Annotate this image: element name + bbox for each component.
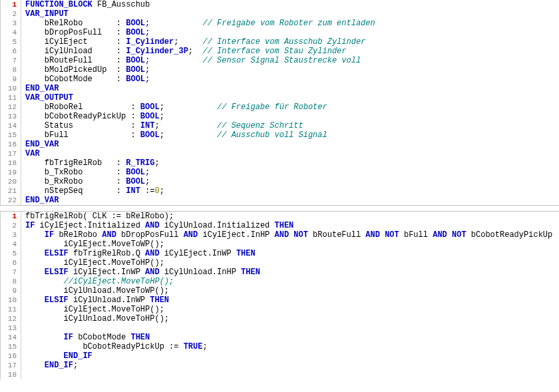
code-line[interactable]: 2VAR_INPUT bbox=[1, 9, 559, 19]
code-content[interactable]: bCobotReadyPickUp := TRUE; bbox=[21, 342, 208, 351]
code-content[interactable]: b_RxRobo : BOOL; bbox=[21, 177, 150, 186]
code-line[interactable]: 11 iCylEject.MoveToHP(); bbox=[1, 305, 559, 314]
token-kw: AND bbox=[102, 230, 116, 240]
code-line[interactable]: 5 iCylEject : I_Cylinder; // Interface v… bbox=[1, 37, 559, 47]
code-line[interactable]: 7 ELSIF iCylEject.InWP AND iCylUnload.In… bbox=[1, 268, 559, 277]
code-content[interactable]: bCobotMode : BOOL; bbox=[21, 75, 150, 84]
code-content[interactable]: fbTrigRelRob : R_TRIG; bbox=[21, 158, 160, 168]
code-content[interactable]: Status : INT; // Sequenz Schritt bbox=[21, 121, 303, 130]
code-content[interactable]: ELSIF fbTrigRelRob.Q AND iCylEject.InWP … bbox=[21, 249, 256, 258]
code-content[interactable]: END_VAR bbox=[21, 196, 59, 205]
code-content[interactable]: END_VAR bbox=[21, 140, 59, 149]
code-line[interactable]: 3 bRelRobo : BOOL; // Freigabe vom Robot… bbox=[1, 19, 559, 28]
token-kw: NOT bbox=[385, 230, 399, 240]
code-line[interactable]: 13 bCobotReadyPickUp : BOOL; bbox=[1, 112, 559, 121]
code-content[interactable]: VAR_OUTPUT bbox=[21, 93, 73, 102]
code-line[interactable]: 14 IF bCobotMode THEN bbox=[1, 333, 559, 342]
code-content[interactable]: fbTrigRelRob( CLK := bRelRobo); bbox=[21, 212, 174, 221]
code-line[interactable]: 16END_VAR bbox=[1, 140, 559, 149]
code-line[interactable]: 1fbTrigRelRob( CLK := bRelRobo); bbox=[1, 212, 559, 221]
code-line[interactable]: 21 nStepSeq : INT :=0; bbox=[1, 186, 559, 196]
code-line[interactable]: 6 iCylEject.MoveToHP(); bbox=[1, 258, 559, 268]
pane-divider[interactable] bbox=[0, 205, 559, 212]
code-line[interactable]: 9 bCobotMode : BOOL; bbox=[1, 75, 559, 84]
code-content[interactable]: bCobotReadyPickUp : BOOL; bbox=[21, 112, 164, 121]
code-content[interactable]: VAR_INPUT bbox=[21, 9, 69, 19]
code-content[interactable] bbox=[21, 370, 25, 379]
code-content[interactable]: //iCylEject.MoveToHP(); bbox=[21, 277, 174, 286]
code-line[interactable]: 8 bMoldPickedUp : BOOL; bbox=[1, 65, 559, 75]
token-kw: VAR_OUTPUT bbox=[25, 93, 73, 102]
code-line[interactable]: 6 iCylUnload : I_Cylinder_3P; // Interfa… bbox=[1, 47, 559, 56]
code-line[interactable]: 5 ELSIF fbTrigRelRob.Q AND iCylEject.InW… bbox=[1, 249, 559, 258]
line-number: 16 bbox=[1, 140, 21, 149]
code-line[interactable]: 20 b_RxRobo : BOOL; bbox=[1, 177, 559, 186]
code-content[interactable]: END_IF; bbox=[21, 361, 78, 370]
code-line[interactable]: 4 iCylEject.MoveToWP(); bbox=[1, 240, 559, 249]
code-content[interactable]: ELSIF iCylEject.InWP AND iCylUnload.InHP… bbox=[21, 268, 260, 277]
code-editor[interactable]: 1FUNCTION_BLOCK FB_Ausschub2VAR_INPUT3 b… bbox=[0, 0, 559, 379]
code-content[interactable]: IF bRelRobo AND bDropPosFull AND iCylEje… bbox=[21, 230, 559, 240]
code-line[interactable]: 18 bbox=[1, 370, 559, 379]
code-content[interactable]: VAR bbox=[21, 149, 40, 158]
code-content[interactable]: IF iCylEject.Initialized AND iCylUnload.… bbox=[21, 221, 293, 230]
code-line[interactable]: 4 bDropPosFull : BOOL; bbox=[1, 28, 559, 37]
code-content[interactable]: bRelRobo : BOOL; // Freigabe vom Roboter… bbox=[21, 19, 375, 28]
code-content[interactable]: FUNCTION_BLOCK FB_Ausschub bbox=[21, 0, 150, 9]
code-line[interactable]: 10 ELSIF iCylUnload.InWP THEN bbox=[1, 295, 559, 305]
code-line[interactable]: 22END_VAR bbox=[1, 196, 559, 205]
code-content[interactable]: bRouteFull : BOOL; // Sensor Signal Stau… bbox=[21, 56, 361, 65]
code-line[interactable]: 3 IF bRelRobo AND bDropPosFull AND iCylE… bbox=[1, 230, 559, 240]
code-content[interactable]: nStepSeq : INT :=0; bbox=[21, 186, 164, 196]
code-line[interactable]: 15 bCobotReadyPickUp := TRUE; bbox=[1, 342, 559, 351]
code-line[interactable]: 7 bRouteFull : BOOL; // Sensor Signal St… bbox=[1, 56, 559, 65]
code-content[interactable]: iCylUnload.MoveToWP(); bbox=[21, 286, 169, 295]
code-line[interactable]: 17 END_IF; bbox=[1, 361, 559, 370]
code-content[interactable]: iCylEject : I_Cylinder; // Interface vom… bbox=[21, 37, 365, 47]
code-line[interactable]: 2IF iCylEject.Initialized AND iCylUnload… bbox=[1, 221, 559, 230]
token-id: ; bbox=[160, 130, 217, 140]
code-content[interactable]: iCylEject.MoveToWP(); bbox=[21, 240, 164, 249]
code-content[interactable]: ELSIF iCylUnload.InWP THEN bbox=[21, 295, 169, 305]
token-type: BOOL bbox=[126, 28, 145, 37]
code-content[interactable]: bRoboRel : BOOL; // Freigabe für Roboter bbox=[21, 102, 327, 112]
code-line[interactable]: 15 bFull : BOOL; // Ausschub voll Signal bbox=[1, 130, 559, 140]
code-line[interactable]: 18 fbTrigRelRob : R_TRIG; bbox=[1, 158, 559, 168]
token-kw: FUNCTION_BLOCK bbox=[25, 0, 93, 9]
token-kw: NOT bbox=[452, 230, 466, 240]
code-line[interactable]: 11VAR_OUTPUT bbox=[1, 93, 559, 102]
code-content[interactable]: iCylEject.MoveToHP(); bbox=[21, 258, 164, 268]
declaration-pane[interactable]: 1FUNCTION_BLOCK FB_Ausschub2VAR_INPUT3 b… bbox=[0, 0, 559, 205]
token-kw: AND bbox=[275, 230, 289, 240]
code-line[interactable]: 10END_VAR bbox=[1, 84, 559, 93]
code-content[interactable]: IF bCobotMode THEN bbox=[21, 333, 150, 342]
code-content[interactable]: iCylEject.MoveToHP(); bbox=[21, 305, 164, 314]
token-id: ; bbox=[145, 28, 150, 37]
code-line[interactable]: 13 bbox=[1, 323, 559, 333]
code-content[interactable]: iCylUnload : I_Cylinder_3P; // Interface… bbox=[21, 47, 347, 56]
code-content[interactable]: bMoldPickedUp : BOOL; bbox=[21, 65, 150, 75]
token-type: I_Cylinder_3P bbox=[126, 47, 188, 56]
code-line[interactable]: 9 iCylUnload.MoveToWP(); bbox=[1, 286, 559, 295]
code-content[interactable]: bDropPosFull : BOOL; bbox=[21, 28, 150, 37]
implementation-pane[interactable]: 1fbTrigRelRob( CLK := bRelRobo);2IF iCyl… bbox=[0, 212, 559, 379]
token-kw: IF bbox=[45, 230, 54, 240]
code-line[interactable]: 17VAR bbox=[1, 149, 559, 158]
code-line[interactable]: 12 iCylUnload.MoveToHP(); bbox=[1, 314, 559, 323]
line-number: 14 bbox=[1, 121, 21, 130]
code-content[interactable]: b_TxRobo : BOOL; bbox=[21, 168, 150, 177]
code-content[interactable]: END_VAR bbox=[21, 84, 59, 93]
code-line[interactable]: 16 END_IF bbox=[1, 351, 559, 361]
token-id bbox=[25, 361, 45, 370]
code-content[interactable]: iCylUnload.MoveToHP(); bbox=[21, 314, 169, 323]
code-line[interactable]: 8 //iCylEject.MoveToHP(); bbox=[1, 277, 559, 286]
code-line[interactable]: 19 b_TxRobo : BOOL; bbox=[1, 168, 559, 177]
code-line[interactable]: 1FUNCTION_BLOCK FB_Ausschub bbox=[1, 0, 559, 9]
code-line[interactable]: 12 bRoboRel : BOOL; // Freigabe für Robo… bbox=[1, 102, 559, 112]
code-content[interactable]: END_IF bbox=[21, 351, 93, 361]
token-id: iCylUnload.MoveToHP(); bbox=[25, 314, 169, 323]
token-kw: VAR_INPUT bbox=[25, 9, 69, 19]
code-line[interactable]: 14 Status : INT; // Sequenz Schritt bbox=[1, 121, 559, 130]
code-content[interactable]: bFull : BOOL; // Ausschub voll Signal bbox=[21, 130, 327, 140]
code-content[interactable] bbox=[21, 323, 25, 333]
